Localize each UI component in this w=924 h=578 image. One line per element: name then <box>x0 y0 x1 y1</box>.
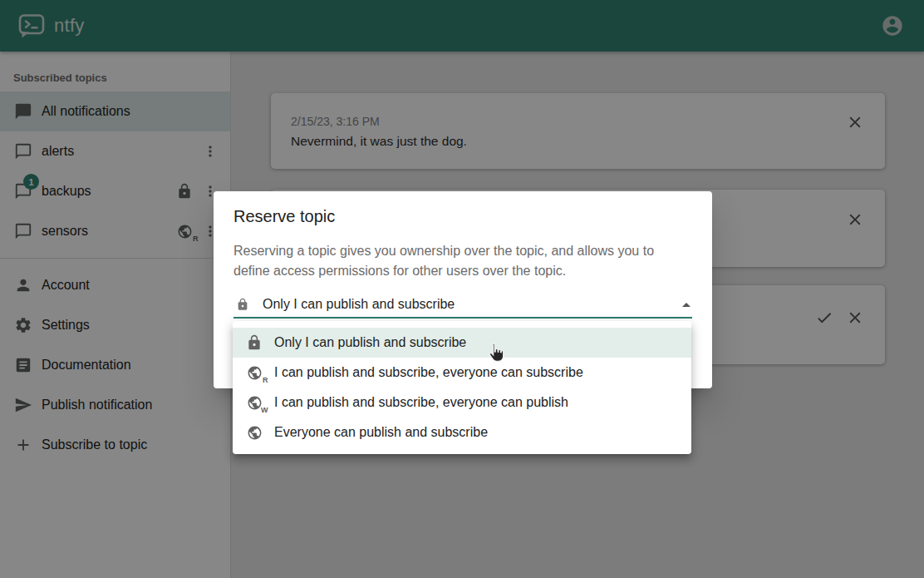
dialog-description: Reserving a topic gives you ownership ov… <box>233 241 692 281</box>
dialog-title: Reserve topic <box>233 205 692 228</box>
menu-option-label: Only I can publish and subscribe <box>274 335 466 350</box>
menu-option-everyone[interactable]: Everyone can publish and subscribe <box>233 417 691 447</box>
globe-icon <box>246 424 263 441</box>
globe-read-only-icon: R <box>246 364 263 381</box>
lock-icon <box>236 298 249 311</box>
globe-write-icon: W <box>246 394 263 411</box>
menu-option-label: Everyone can publish and subscribe <box>274 425 488 440</box>
select-value: Only I can publish and subscribe <box>263 297 455 312</box>
menu-option-everyone-can-subscribe[interactable]: R I can publish and subscribe, everyone … <box>233 358 691 388</box>
menu-option-label: I can publish and subscribe, everyone ca… <box>274 365 583 380</box>
chevron-up-icon <box>676 295 696 315</box>
menu-option-only-me[interactable]: Only I can publish and subscribe <box>233 328 691 358</box>
lock-icon <box>246 334 263 351</box>
menu-option-label: I can publish and subscribe, everyone ca… <box>274 395 568 410</box>
access-permission-select[interactable]: Only I can publish and subscribe <box>233 292 692 319</box>
access-permission-menu: Only I can publish and subscribe R I can… <box>233 321 691 454</box>
menu-option-everyone-can-publish[interactable]: W I can publish and subscribe, everyone … <box>233 388 691 417</box>
